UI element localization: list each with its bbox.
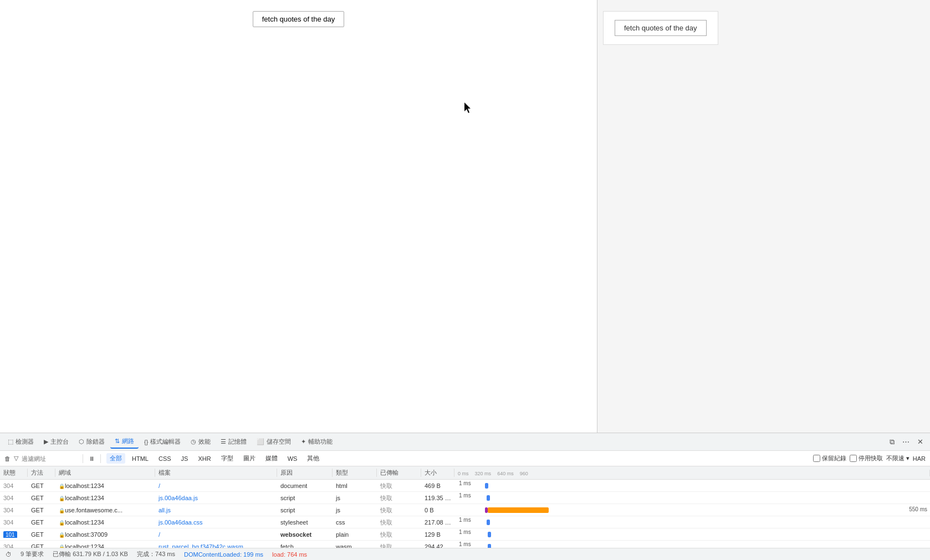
app-content: fetch quotes of the day [0,0,597,433]
url-filter-input[interactable] [22,455,77,462]
devtools-panel: ⬚ 檢測器 ▶ 主控台 ⬡ 除錯器 ⇅ 網路 {} 樣式編輯器 ◷ 效能 [0,433,930,560]
filter-css[interactable]: CSS [155,454,175,463]
tab-style-editor[interactable]: {} 樣式編輯器 [140,435,185,448]
performance-icon: ◷ [191,438,196,445]
throttle-dropdown[interactable]: 不限速 ▾ [886,454,909,463]
cell-transferred: 快取 [377,506,421,515]
tab-performance[interactable]: ◷ 效能 [186,435,215,448]
filter-icon: ▽ [14,455,18,462]
table-row[interactable]: 304 GET 🔒localhost:1234 js.00a46daa.css … [0,516,930,528]
more-options-button[interactable]: ⋯ [899,436,913,448]
filter-other[interactable]: 其他 [304,453,323,464]
tab-accessibility[interactable]: ✦ 輔助功能 [297,435,337,448]
dock-button[interactable]: ⧉ [886,436,898,448]
left-panel: fetch quotes of the day [0,0,597,433]
status-clock-icon: ⏱ [6,551,12,558]
table-row[interactable]: 304 GET 🔒use.fontawesome.c... all.js scr… [0,504,930,516]
preserve-log-checkbox-label[interactable]: 保留紀錄 [813,454,846,463]
cell-size: 119.35 KB [421,495,454,501]
dom-content-loaded[interactable]: DOMContentLoaded: 199 ms [184,551,263,558]
cell-domain: 🔒localhost:1234 [55,519,155,526]
clear-log-button[interactable]: 🗑 [4,455,11,462]
col-size[interactable]: 大小 [421,469,454,477]
requests-count: 9 筆要求 [21,550,44,558]
tab-memory[interactable]: ☰ 記憶體 [216,435,251,448]
network-table-header: 狀態 方法 網域 檔案 原因 類型 已傳輸 大小 0 ms 320 ms 640… [0,466,930,480]
debugger-icon: ⬡ [79,438,84,445]
tab-network[interactable]: ⇅ 網路 [110,435,139,449]
col-method[interactable]: 方法 [28,469,55,477]
disable-cache-checkbox-label[interactable]: 停用快取 [850,454,883,463]
cell-type: wasm [333,543,377,548]
cell-size: 469 B [421,482,454,489]
network-table: 狀態 方法 網域 檔案 原因 類型 已傳輸 大小 0 ms 320 ms 640… [0,466,930,548]
console-icon: ▶ [44,438,48,445]
cell-waterfall: 1 ms [454,480,930,492]
cell-initiator: script [277,495,333,501]
filter-xhr[interactable]: XHR [195,454,214,463]
cell-initiator: document [277,482,333,489]
tab-style-editor-label: 樣式編輯器 [150,438,181,446]
cell-method: GET [28,519,55,526]
storage-icon: ⬜ [257,438,264,445]
filter-html[interactable]: HTML [129,454,152,463]
table-row[interactable]: 304 GET 🔒localhost:1234 rust_parcel_bg.f… [0,541,930,548]
network-status-bar: ⏱ 9 筆要求 已傳輸 631.79 KB / 1.03 KB 完成：743 m… [0,548,930,560]
cell-status: 304 [0,507,28,513]
cell-initiator: stylesheet [277,519,333,526]
filter-font[interactable]: 字型 [218,453,237,464]
table-row[interactable]: 304 GET 🔒localhost:1234 js.00a46daa.js s… [0,492,930,504]
tab-storage[interactable]: ⬜ 儲存空間 [252,435,295,448]
col-transferred[interactable]: 已傳輸 [377,469,421,477]
table-row[interactable]: 101 GET 🔒localhost:37009 / websocket pla… [0,528,930,541]
load-time[interactable]: load: 764 ms [272,551,307,558]
close-devtools-button[interactable]: ✕ [914,436,927,448]
har-label[interactable]: HAR [913,455,926,462]
fetch-quotes-button[interactable]: fetch quotes of the day [253,11,345,27]
cell-method: GET [28,531,55,538]
filter-js[interactable]: JS [178,454,192,463]
col-waterfall[interactable]: 0 ms 320 ms 640 ms 960 [454,470,930,476]
table-row[interactable]: 304 GET 🔒localhost:1234 / document html … [0,480,930,492]
tab-inspect-label: 檢測器 [16,438,34,446]
cell-file: js.00a46daa.css [155,519,277,526]
tab-inspect[interactable]: ⬚ 檢測器 [3,435,38,448]
col-type[interactable]: 類型 [333,469,377,477]
filter-media[interactable]: 媒體 [262,453,281,464]
cell-waterfall: 550 ms [454,504,930,516]
filter-image[interactable]: 圖片 [240,453,259,464]
cell-type: plain [333,531,377,538]
cell-method: GET [28,482,55,489]
cell-domain: 🔒localhost:1234 [55,543,155,548]
preserve-log-label: 保留紀錄 [822,454,846,463]
tab-performance-label: 效能 [198,438,211,446]
cell-domain: 🔒use.fontawesome.c... [55,507,155,513]
tab-console[interactable]: ▶ 主控台 [39,435,73,448]
cell-initiator: websocket [277,531,333,538]
cell-status: 304 [0,519,28,526]
network-icon: ⇅ [115,438,120,445]
tab-debugger[interactable]: ⬡ 除錯器 [74,435,109,448]
top-area: fetch quotes of the day fetch quotes of … [0,0,930,433]
cell-waterfall: 1 ms [454,528,930,541]
cell-domain: 🔒localhost:1234 [55,495,155,501]
tab-memory-label: 記憶體 [228,438,247,446]
cell-transferred: 快取 [377,494,421,502]
cell-status: 304 [0,543,28,548]
cell-method: GET [28,507,55,513]
cell-type: js [333,507,377,513]
tab-accessibility-label: 輔助功能 [308,438,333,446]
cell-file: / [155,482,277,489]
col-initiator[interactable]: 原因 [277,469,333,477]
col-status[interactable]: 狀態 [0,469,28,477]
col-domain[interactable]: 網域 [55,469,155,477]
cell-initiator: script [277,507,333,513]
filter-all[interactable]: 全部 [106,453,125,464]
filter-ws[interactable]: WS [284,454,301,463]
preserve-log-checkbox[interactable] [813,455,820,462]
cell-domain: 🔒localhost:1234 [55,482,155,489]
pause-button[interactable]: ⏸ [89,455,95,462]
disable-cache-checkbox[interactable] [850,455,857,462]
col-file[interactable]: 檔案 [155,469,277,477]
tab-storage-label: 儲存空間 [267,438,291,446]
